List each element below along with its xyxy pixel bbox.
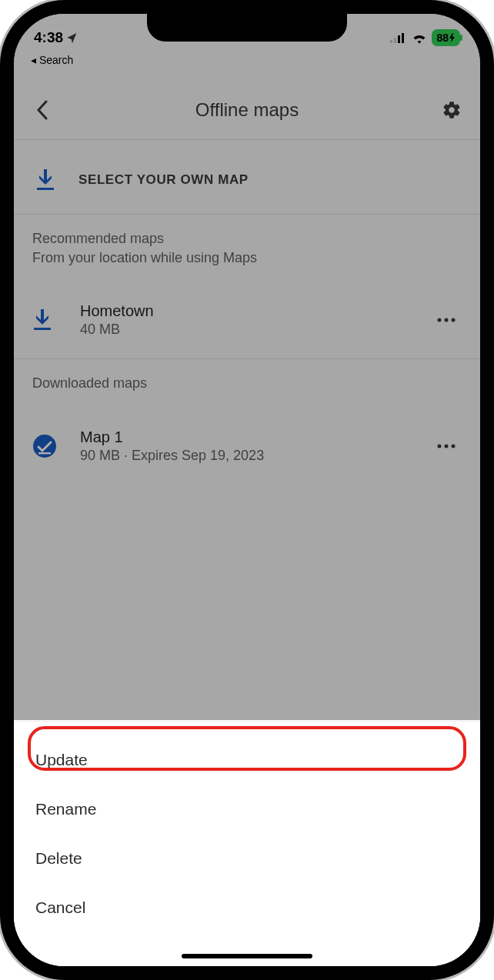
sheet-item-rename[interactable]: Rename (14, 785, 480, 834)
svg-rect-3 (402, 33, 404, 43)
back-to-app-link[interactable]: ◂ Search (31, 54, 73, 66)
battery-percent: 88 (436, 32, 449, 44)
svg-point-7 (445, 318, 449, 322)
phone-frame: 4:38 88 ◂ Search Offline maps (0, 0, 494, 980)
status-left: 4:38 (34, 29, 78, 46)
status-right: 88 (390, 29, 460, 46)
screen: 4:38 88 ◂ Search Offline maps (14, 14, 480, 966)
svg-point-9 (33, 435, 56, 458)
bolt-icon (449, 33, 456, 42)
sheet-item-update[interactable]: Update (14, 735, 480, 785)
battery-indicator: 88 (432, 29, 460, 46)
svg-point-6 (438, 318, 442, 322)
chevron-left-icon (36, 100, 48, 120)
svg-rect-0 (390, 40, 392, 43)
settings-button[interactable] (439, 97, 465, 123)
action-sheet: Update Rename Delete Cancel (14, 721, 480, 966)
recommended-section-header: Recommended maps From your location whil… (32, 231, 462, 266)
more-horizontal-icon (437, 318, 456, 322)
downloaded-map-row[interactable]: Map 1 90 MB · Expires Sep 19, 2023 (14, 414, 480, 478)
svg-point-13 (452, 445, 456, 448)
svg-point-8 (452, 318, 456, 322)
app-header: Offline maps (14, 83, 480, 137)
downloaded-section-header: Downloaded maps (32, 375, 462, 392)
page-title: Offline maps (195, 99, 299, 121)
downloaded-title: Downloaded maps (32, 375, 462, 392)
sheet-item-cancel[interactable]: Cancel (14, 883, 480, 932)
device-notch (147, 14, 347, 42)
wifi-icon (412, 32, 427, 44)
svg-rect-10 (38, 452, 51, 454)
map-item-text: Hometown 40 MB (80, 302, 431, 338)
svg-point-12 (445, 445, 449, 448)
svg-rect-4 (37, 188, 54, 190)
cellular-icon (390, 32, 407, 43)
more-horizontal-icon (437, 444, 456, 448)
more-options-button[interactable] (431, 318, 462, 322)
downloaded-check-icon (32, 434, 66, 458)
status-time: 4:38 (34, 29, 63, 46)
map-item-name: Hometown (80, 302, 431, 320)
select-your-own-map-row[interactable]: SELECT YOUR OWN MAP (14, 149, 480, 211)
select-your-own-map-label: SELECT YOUR OWN MAP (78, 172, 249, 188)
download-icon (32, 309, 66, 331)
divider (14, 358, 480, 359)
recommended-title: Recommended maps (32, 231, 462, 247)
map-item-detail: 90 MB · Expires Sep 19, 2023 (80, 448, 431, 464)
location-arrow-icon (66, 32, 78, 44)
more-options-button[interactable] (431, 444, 462, 448)
divider (14, 214, 480, 215)
svg-point-11 (438, 445, 442, 448)
recommended-subtitle: From your location while using Maps (32, 250, 462, 266)
map-item-text: Map 1 90 MB · Expires Sep 19, 2023 (80, 428, 431, 464)
home-indicator[interactable] (182, 954, 312, 958)
gear-icon (442, 100, 462, 120)
back-button[interactable] (29, 97, 55, 123)
map-item-detail: 40 MB (80, 322, 431, 338)
svg-rect-1 (394, 38, 396, 43)
divider (14, 139, 480, 140)
sheet-item-delete[interactable]: Delete (14, 834, 480, 883)
svg-rect-2 (398, 35, 400, 43)
svg-rect-5 (34, 328, 51, 330)
recommended-map-row[interactable]: Hometown 40 MB (14, 288, 480, 352)
download-icon (32, 169, 58, 191)
map-item-name: Map 1 (80, 428, 431, 446)
